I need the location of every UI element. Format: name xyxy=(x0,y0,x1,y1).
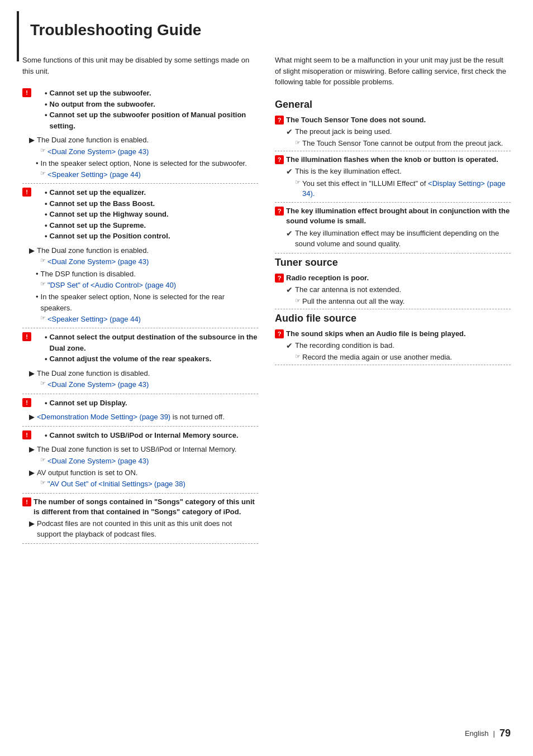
cause-text: The Dual zone function is enabled. xyxy=(37,245,149,256)
cause-item: ▶ The Dual zone function is disabled. xyxy=(29,368,258,379)
footer-separator: | xyxy=(493,729,495,738)
right-issue-header-2: ? The illumination flashes when the knob… xyxy=(275,155,511,165)
check-item: ✔ The preout jack is being used. xyxy=(286,126,511,138)
bullet-item: •Cannot set up the equalizer. xyxy=(45,187,170,198)
issue-title-6: The number of songs contained in "Songs"… xyxy=(34,497,258,517)
issue-header-1: ! •Cannot set up the subwoofer. •No outp… xyxy=(22,88,258,133)
cause-text: The Dual zone function is enabled. xyxy=(37,135,149,146)
book-icon: ☞ xyxy=(40,380,46,387)
sub-cause-item: • In the speaker select option, None is … xyxy=(36,158,258,169)
question-icon-1: ? xyxy=(275,116,284,125)
arrow-icon: ▶ xyxy=(29,368,35,379)
ref-line: ☞ <Dual Zone System> (page 43) xyxy=(40,147,258,157)
right-column: What might seem to be a malfunction in y… xyxy=(275,55,511,547)
ref-link: "AV Out Set" of <Initial Settings> (page… xyxy=(47,479,185,489)
right-issue-header-4: ? Radio reception is poor. xyxy=(275,273,511,283)
divider xyxy=(275,151,511,151)
page: Troubleshooting Guide Some functions of … xyxy=(0,0,533,756)
right-issue-header-5: ? The sound skips when an Audio file is … xyxy=(275,329,511,339)
right-issue-header-1: ? The Touch Sensor Tone does not sound. xyxy=(275,115,511,125)
bullet-item: •Cannot switch to USB/iPod or Internal M… xyxy=(45,430,239,441)
indent-ref: ☞ The Touch Sensor Tone cannot be output… xyxy=(295,139,511,147)
section-heading-general: General xyxy=(275,99,511,111)
bullet-item: •No output from the subwoofer. xyxy=(45,99,258,110)
issue-header-3: ! •Cannot select the output destination … xyxy=(22,332,258,367)
exclamation-icon-1: ! xyxy=(22,88,31,97)
cause-block-3: ▶ The Dual zone function is disabled. ☞ … xyxy=(29,368,258,390)
divider xyxy=(22,394,258,394)
ref-text: Record the media again or use another me… xyxy=(302,353,452,361)
ref-link: <Dual Zone System> (page 43) xyxy=(47,456,149,466)
footer-language: English xyxy=(465,729,489,738)
right-issue-title-5: The sound skips when an Audio file is be… xyxy=(286,329,466,339)
book-icon: ☞ xyxy=(295,297,301,304)
right-issue-title-4: Radio reception is poor. xyxy=(286,273,369,283)
right-issue-5: ? The sound skips when an Audio file is … xyxy=(275,329,511,361)
issue-header-6: ! The number of songs contained in "Song… xyxy=(22,497,258,517)
ref-line: ☞ <Speaker Setting> (page 44) xyxy=(40,314,258,324)
book-icon: ☞ xyxy=(295,179,301,186)
book-icon: ☞ xyxy=(40,479,46,486)
ref-link: <Speaker Setting> (page 44) xyxy=(47,170,141,180)
sub-cause-text: In the speaker select option, None is se… xyxy=(41,158,247,169)
cause-item: ▶ The Dual zone function is set to USB/i… xyxy=(29,444,258,455)
check-icon: ✔ xyxy=(286,284,293,296)
left-column: Some functions of this unit may be disab… xyxy=(22,55,258,547)
exclamation-icon-3: ! xyxy=(22,332,31,341)
check-text: This is the key illumination effect. xyxy=(295,166,402,177)
book-icon: ☞ xyxy=(40,170,46,177)
bullet-item: •Cannot set up the Highway sound. xyxy=(45,209,170,220)
check-item: ✔ The recording condition is bad. xyxy=(286,340,511,352)
bullet-list-3: •Cannot select the output destination of… xyxy=(45,332,258,365)
bullet-item: •Cannot set up the subwoofer. xyxy=(45,88,258,99)
cause-item: ▶ Podcast files are not counted in this … xyxy=(29,518,258,540)
bullet-item: •Cannot select the output destination of… xyxy=(45,332,258,353)
indent-ref: ☞ Pull the antenna out all the way. xyxy=(295,297,511,305)
bullet-item: •Cannot set up the Supreme. xyxy=(45,220,170,231)
book-icon: ☞ xyxy=(40,147,46,154)
cause-block-2: ▶ The Dual zone function is enabled. ☞ <… xyxy=(29,245,258,325)
right-issue-header-3: ? The key illumination effect brought ab… xyxy=(275,206,511,226)
check-text: The key illumination effect may be insuf… xyxy=(295,228,511,250)
issue-block-6: ! The number of songs contained in "Song… xyxy=(22,497,258,540)
question-icon-2: ? xyxy=(275,155,284,164)
ref-line: ☞ <Dual Zone System> (page 43) xyxy=(40,456,258,466)
issue-block-4: ! •Cannot set up Display. ▶ <Demonstrati… xyxy=(22,398,258,423)
bullet-item: •Cannot set up Display. xyxy=(45,398,127,409)
divider xyxy=(275,202,511,203)
exclamation-icon-5: ! xyxy=(22,430,31,439)
check-text: The preout jack is being used. xyxy=(295,126,392,137)
ref-link: <Dual Zone System> (page 43) xyxy=(47,380,149,390)
cause-block-1: ▶ The Dual zone function is enabled. ☞ <… xyxy=(29,135,258,180)
ref-line: ☞ "AV Out Set" of <Initial Settings> (pa… xyxy=(40,479,258,489)
check-item: ✔ The car antenna is not extended. xyxy=(286,284,511,296)
book-icon: ☞ xyxy=(40,257,46,264)
ref-text: The Touch Sensor Tone cannot be output f… xyxy=(302,139,503,147)
cause-text: The Dual zone function is set to USB/iPo… xyxy=(37,444,236,455)
sub-cause-item: • The DSP function is disabled. xyxy=(36,269,258,280)
right-issue-title-3: The key illumination effect brought abou… xyxy=(286,206,511,226)
ref-link: <Speaker Setting> (page 44) xyxy=(47,314,141,324)
cause-item: ▶ <Demonstration Mode Setting> (page 39)… xyxy=(29,412,258,423)
check-icon: ✔ xyxy=(286,166,293,178)
right-issue-2: ? The illumination flashes when the knob… xyxy=(275,155,511,199)
issue-bullets-1: •Cannot set up the subwoofer. •No output… xyxy=(34,88,258,133)
bullet-item: •Cannot set up the subwoofer position of… xyxy=(45,109,258,131)
question-icon-3: ? xyxy=(275,207,284,216)
exclamation-icon-2: ! xyxy=(22,188,31,197)
check-item: ✔ The key illumination effect may be ins… xyxy=(286,228,511,250)
ref-text: Pull the antenna out all the way. xyxy=(302,297,404,305)
ref-line: ☞ <Dual Zone System> (page 43) xyxy=(40,257,258,267)
sub-cause: • In the speaker select option, None is … xyxy=(36,158,258,169)
check-icon: ✔ xyxy=(286,126,293,138)
cause-block-4: ▶ <Demonstration Mode Setting> (page 39)… xyxy=(29,412,258,423)
issue-header-2: ! •Cannot set up the equalizer. •Cannot … xyxy=(22,187,258,244)
arrow-icon: ▶ xyxy=(29,412,35,423)
check-icon: ✔ xyxy=(286,340,293,352)
main-content: Some functions of this unit may be disab… xyxy=(22,55,511,547)
book-icon: ☞ xyxy=(40,280,46,288)
bullet-list-1: •Cannot set up the subwoofer. •No output… xyxy=(45,88,258,131)
section-heading-tuner: Tuner source xyxy=(275,257,511,269)
ref-line: ☞ <Speaker Setting> (page 44) xyxy=(40,170,258,180)
ref-link: "DSP Set" of <Audio Control> (page 40) xyxy=(47,280,176,290)
